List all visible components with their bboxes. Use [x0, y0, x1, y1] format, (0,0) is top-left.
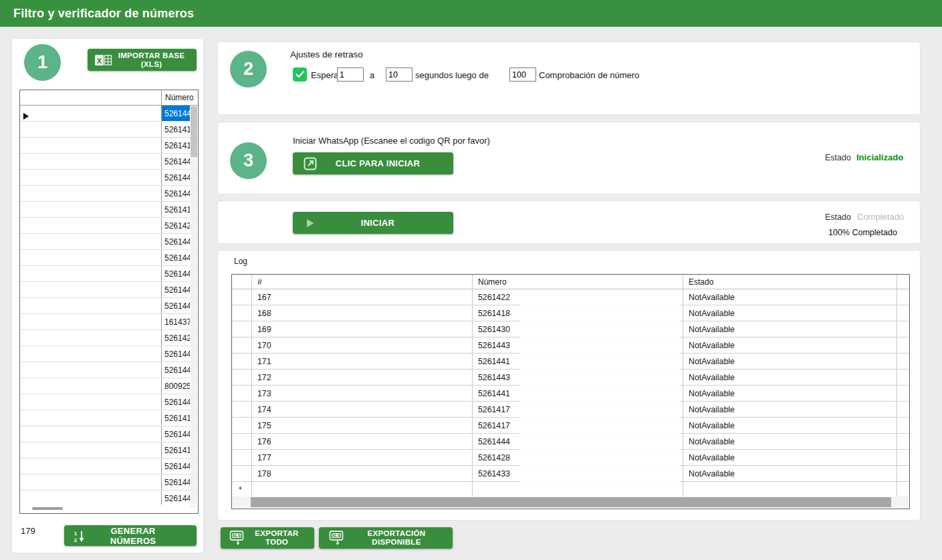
check-every-input[interactable] — [509, 67, 536, 82]
run-status-label: Estado — [825, 213, 851, 222]
sort-numbers-icon: 1 2 — [68, 529, 91, 543]
log-horizontal-scrollbar[interactable] — [233, 497, 909, 508]
start-whatsapp-button-label: CLIC PARA INICIAR — [324, 158, 449, 168]
number-cell: 526144 — [162, 106, 190, 121]
row-pointer-icon — [23, 110, 29, 122]
number-row[interactable]: 526142 — [20, 218, 198, 234]
number-row[interactable]: 526141 — [20, 442, 198, 458]
log-column-number[interactable]: Número — [473, 275, 683, 289]
new-row-marker: * — [232, 482, 252, 497]
number-cell: 526144 — [162, 250, 190, 265]
redaction-overlay — [519, 301, 680, 501]
number-cell: 526141 — [162, 122, 190, 137]
number-cell: 526142 — [162, 218, 190, 233]
wait-max-input[interactable] — [386, 67, 413, 82]
import-base-button[interactable]: X IMPORTAR BASE (XLS) — [88, 49, 197, 71]
check-icon — [296, 71, 304, 78]
number-cell: 800925 — [162, 378, 190, 394]
number-cell: 526144 — [162, 186, 190, 201]
log-row-header-corner — [232, 275, 252, 289]
export-all-label-line1: EXPORTAR — [255, 529, 298, 537]
export-available-button[interactable]: XLS EXPORTACIÓN DISPONIBLE — [319, 527, 453, 549]
log-panel: Log # Número Estado 1675261422NotAvailab… — [217, 250, 921, 521]
generate-button-label: GENERAR NÚMEROS — [91, 526, 193, 546]
number-row[interactable]: 526144 — [20, 474, 198, 491]
number-row[interactable]: 526144 — [20, 346, 198, 362]
number-cell: 526144 — [162, 170, 190, 185]
number-row[interactable]: 526144 — [20, 394, 198, 410]
number-row[interactable]: 526144 — [20, 282, 198, 298]
start-run-button-label: INICIAR — [324, 218, 449, 228]
row-header-corner — [20, 90, 162, 105]
export-available-label-line2: DISPONIBLE — [372, 538, 421, 546]
svg-text:XLS: XLS — [232, 533, 241, 538]
number-row[interactable]: 800925 — [20, 378, 198, 394]
number-row[interactable]: 526144 — [20, 426, 198, 442]
step3-panel: 3 Iniciar WhatsApp (Escanee el codigo QR… — [217, 122, 921, 194]
grid-horizontal-scrollbar[interactable] — [21, 505, 190, 513]
numbers-grid-header: Número — [20, 90, 198, 106]
export-available-label-line1: EXPORTACIÓN — [368, 529, 426, 537]
number-row[interactable]: 526144 — [20, 106, 198, 122]
number-row[interactable]: 526141 — [20, 138, 198, 154]
excel-icon: X — [92, 53, 116, 67]
delay-settings-title: Ajustes de retraso — [290, 49, 363, 59]
log-column-status[interactable]: Estado — [683, 275, 897, 289]
grid-vertical-scrollbar[interactable] — [191, 106, 197, 504]
export-all-label-line2: TODO — [265, 538, 288, 546]
log-horizontal-scrollbar-thumb[interactable] — [251, 497, 891, 507]
number-cell: 526144 — [162, 362, 190, 378]
number-check-label: Comprobación de número — [539, 70, 639, 80]
run-panel: INICIAR Estado Completado 100% Completad… — [217, 200, 921, 244]
number-cell: 526141 — [162, 410, 190, 426]
numbers-grid: Número 526144 526141 526141 526144 52614… — [19, 90, 199, 514]
number-row[interactable]: 526141 — [20, 410, 198, 426]
status-value-initialized: Inicializado — [856, 152, 903, 162]
number-column-header[interactable]: Número — [162, 90, 193, 105]
number-cell: 526144 — [162, 426, 190, 442]
number-row[interactable]: 526144 — [20, 154, 198, 170]
title-bar: Filtro y verificador de números — [0, 0, 942, 27]
number-cell: 526144 — [162, 346, 190, 362]
app-title: Filtro y verificador de números — [13, 7, 194, 21]
start-run-button[interactable]: INICIAR — [293, 212, 453, 234]
grid-horizontal-scrollbar-thumb[interactable] — [32, 507, 63, 510]
grid-vertical-scrollbar-thumb[interactable] — [191, 106, 197, 157]
number-row[interactable]: 526142 — [20, 330, 198, 346]
number-cell: 526141 — [162, 202, 190, 217]
number-row[interactable]: 526144 — [20, 170, 198, 186]
number-row[interactable]: 526141 — [20, 122, 198, 138]
log-table-header: # Número Estado — [232, 275, 909, 289]
number-row[interactable]: 526144 — [20, 298, 198, 314]
wait-checkbox[interactable] — [293, 67, 307, 82]
number-cell: 526144 — [162, 474, 190, 490]
log-section-label: Log — [234, 257, 247, 266]
step1-panel: 1 X IMPORTAR BASE (XLS) Núm — [11, 38, 204, 553]
number-row[interactable]: 526141 — [20, 202, 198, 218]
row-count: 179 — [21, 526, 35, 536]
number-row[interactable]: 526144 — [20, 186, 198, 202]
log-column-index[interactable]: # — [252, 275, 473, 289]
launch-icon — [297, 157, 324, 170]
generate-numbers-button[interactable]: 1 2 GENERAR NÚMEROS — [64, 525, 197, 546]
svg-text:X: X — [97, 56, 102, 64]
wait-min-input[interactable] — [337, 67, 364, 82]
start-whatsapp-button[interactable]: CLIC PARA INICIAR — [293, 152, 453, 174]
row-header-cell — [20, 106, 162, 121]
number-row[interactable]: 526144 — [20, 362, 198, 378]
number-cell: 526144 — [162, 266, 190, 281]
number-cell: 526144 — [162, 394, 190, 410]
play-icon — [297, 218, 324, 229]
xls-download-icon: XLS — [323, 530, 350, 546]
number-row[interactable]: 161437 — [20, 314, 198, 330]
svg-text:2: 2 — [74, 537, 78, 543]
number-row[interactable]: 526144 — [20, 266, 198, 282]
number-cell: 526142 — [162, 330, 190, 345]
svg-text:1: 1 — [74, 531, 78, 537]
whatsapp-instruction: Iniciar WhatsApp (Escanee el codigo QR p… — [293, 136, 490, 146]
number-row[interactable]: 526144 — [20, 250, 198, 266]
number-row[interactable]: 526144 — [20, 458, 198, 474]
number-cell: 526144 — [162, 491, 190, 506]
number-row[interactable]: 526144 — [20, 234, 198, 250]
export-all-button[interactable]: XLS EXPORTAR TODO — [221, 527, 314, 549]
